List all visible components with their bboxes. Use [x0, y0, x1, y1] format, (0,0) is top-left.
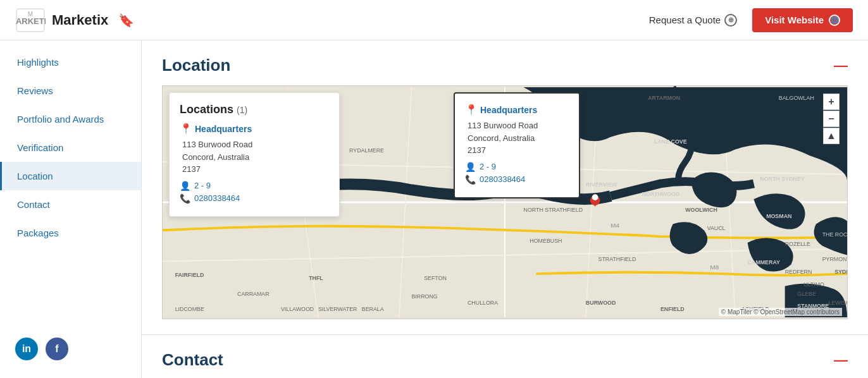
- facebook-icon[interactable]: f: [46, 338, 68, 360]
- svg-text:MOSMAN: MOSMAN: [766, 213, 791, 219]
- svg-text:RIVERVIEW: RIVERVIEW: [586, 181, 617, 188]
- svg-text:THE ROCKS: THE ROCKS: [822, 231, 847, 238]
- zoom-in-button[interactable]: +: [823, 94, 840, 110]
- sidebar-item-contact[interactable]: Contact: [0, 190, 141, 219]
- map-attribution: © MapTiler © OpenStreetMap contributors: [719, 308, 842, 316]
- content-area: Location —: [142, 40, 868, 378]
- location-section-title: Location: [162, 56, 230, 75]
- svg-text:ENFIELD: ENFIELD: [660, 306, 685, 312]
- quote-globe-icon: ⊕: [724, 14, 737, 27]
- employees-icon-left: 👤: [180, 181, 190, 191]
- svg-text:LIDCOMBE: LIDCOMBE: [175, 306, 204, 312]
- svg-text:ULTIMO: ULTIMO: [803, 281, 824, 288]
- svg-text:BERALA: BERALA: [362, 306, 384, 312]
- svg-text:CHULLORA: CHULLORA: [468, 300, 498, 306]
- sidebar-item-verification[interactable]: Verification: [0, 133, 141, 162]
- svg-text:CARRAMAR: CARRAMAR: [237, 291, 270, 297]
- location-toggle-button[interactable]: —: [834, 59, 848, 73]
- locations-heading: Locations (1): [180, 103, 329, 116]
- contact-section: Contact —: [142, 335, 868, 378]
- pin-icon-right: 📍: [465, 104, 478, 116]
- hq-link-right[interactable]: 📍 Headquarters: [465, 104, 569, 116]
- website-globe-icon: 🌐: [829, 15, 840, 26]
- svg-text:NORTH SYDNEY: NORTH SYDNEY: [760, 176, 804, 182]
- contact-section-title: Contact: [162, 350, 223, 370]
- svg-text:LEWISHAM: LEWISHAM: [828, 300, 847, 306]
- bookmark-icon[interactable]: 🔖: [118, 13, 134, 28]
- svg-text:VAUCL: VAUCL: [707, 225, 726, 231]
- location-section: Location —: [142, 40, 868, 335]
- svg-text:REDFERN: REDFERN: [785, 269, 812, 275]
- sidebar-social: in f: [0, 327, 141, 370]
- visit-website-label: Visit Website: [765, 15, 824, 25]
- svg-text:PYRMONT: PYRMONT: [822, 256, 847, 262]
- employees-left: 👤 2 - 9: [180, 181, 329, 191]
- header: MARKETIX M Marketix 🔖 Request a Quote ⊕ …: [0, 0, 868, 40]
- svg-text:VILLAWOOD: VILLAWOOD: [281, 306, 314, 312]
- zoom-out-button[interactable]: −: [823, 111, 840, 127]
- svg-text:GLEBE: GLEBE: [797, 291, 816, 297]
- location-section-header: Location —: [162, 56, 848, 75]
- request-quote-label: Request a Quote: [649, 15, 721, 25]
- address-right: 113 Burwood Road Concord, Australia 2137: [465, 119, 569, 157]
- contact-section-header: Contact —: [162, 350, 848, 370]
- phone-left[interactable]: 📞 0280338464: [180, 193, 329, 204]
- svg-text:RYDALMERE: RYDALMERE: [349, 147, 384, 154]
- phone-icon-left: 📞: [180, 193, 190, 204]
- svg-text:MARKETIX: MARKETIX: [15, 16, 46, 26]
- sidebar: Highlights Reviews Portfolio and Awards …: [0, 40, 142, 378]
- svg-text:SYDNEY: SYDNEY: [834, 269, 847, 275]
- svg-point-63: [592, 194, 598, 200]
- svg-text:M: M: [28, 11, 33, 18]
- svg-text:BIRRONG: BIRRONG: [411, 293, 437, 300]
- sidebar-item-portfolio-awards[interactable]: Portfolio and Awards: [0, 105, 141, 133]
- svg-text:NORTHWOOD: NORTHWOOD: [642, 191, 680, 197]
- request-quote-button[interactable]: Request a Quote ⊕: [642, 9, 745, 32]
- svg-text:ARTARMON: ARTARMON: [648, 95, 680, 101]
- svg-text:WOOLWICH: WOOLWICH: [685, 207, 717, 213]
- linkedin-icon[interactable]: in: [15, 338, 38, 360]
- phone-icon-right: 📞: [465, 174, 476, 185]
- location-hq-card: 📍 Headquarters 113 Burwood Road Concord,…: [454, 92, 580, 198]
- svg-text:M8: M8: [710, 264, 719, 271]
- logo-mark: MARKETIX M: [15, 8, 46, 33]
- locations-count: (1): [237, 105, 247, 115]
- zoom-reset-button[interactable]: ▲: [823, 128, 840, 144]
- hq-link-left[interactable]: 📍 Headquarters: [180, 123, 329, 135]
- employees-icon-right: 👤: [465, 162, 476, 172]
- phone-right[interactable]: 📞 0280338464: [465, 174, 569, 185]
- logo-brand-name: Marketix: [52, 12, 108, 28]
- svg-text:BURWOOD: BURWOOD: [586, 300, 616, 306]
- svg-text:ROZELLE: ROZELLE: [785, 241, 810, 247]
- pin-icon-left: 📍: [180, 123, 192, 135]
- employees-right: 👤 2 - 9: [465, 162, 569, 172]
- svg-text:SEFTON: SEFTON: [424, 275, 447, 281]
- header-right: Request a Quote ⊕ Visit Website 🌐: [642, 8, 853, 32]
- sidebar-item-highlights[interactable]: Highlights: [0, 48, 141, 76]
- svg-text:HOMEBUSH: HOMEBUSH: [530, 238, 562, 244]
- map-container[interactable]: M4 M8: [162, 85, 848, 319]
- sidebar-nav: Highlights Reviews Portfolio and Awards …: [0, 48, 141, 327]
- svg-text:LANE COVE: LANE COVE: [654, 138, 687, 145]
- svg-text:STRATHFIELD: STRATHFIELD: [598, 256, 636, 262]
- svg-text:THFL: THFL: [309, 275, 323, 281]
- map-zoom-controls: + − ▲: [823, 94, 840, 144]
- svg-text:SILVERWATER: SILVERWATER: [318, 306, 357, 312]
- main-layout: Highlights Reviews Portfolio and Awards …: [0, 40, 868, 378]
- sidebar-item-packages[interactable]: Packages: [0, 219, 141, 247]
- visit-website-button[interactable]: Visit Website 🌐: [752, 8, 853, 32]
- location-list-card: Locations (1) 📍 Headquarters 113 Burwood…: [169, 92, 340, 217]
- svg-text:M4: M4: [611, 222, 619, 229]
- svg-text:NORTH STRATHFIELD: NORTH STRATHFIELD: [524, 207, 583, 213]
- contact-toggle-button[interactable]: —: [834, 353, 848, 367]
- svg-text:BALGOWLAH: BALGOWLAH: [779, 95, 814, 101]
- sidebar-item-location[interactable]: Location: [0, 162, 141, 190]
- sidebar-item-reviews[interactable]: Reviews: [0, 76, 141, 105]
- svg-text:FAIRFIELD: FAIRFIELD: [175, 272, 204, 278]
- svg-text:CAMMERAY: CAMMERAY: [748, 259, 780, 265]
- header-left: MARKETIX M Marketix 🔖: [15, 8, 134, 33]
- address-left: 113 Burwood Road Concord, Australia 2137: [180, 138, 329, 176]
